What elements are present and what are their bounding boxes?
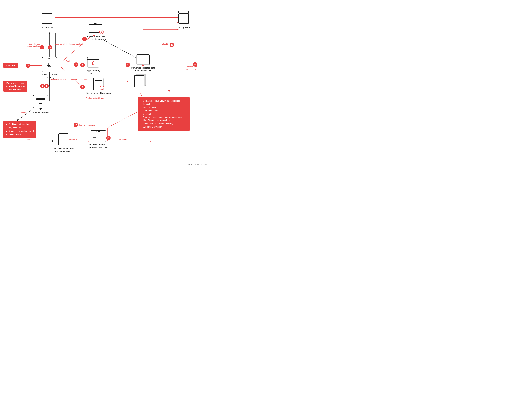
collects-label: Collects <box>20 112 26 114</box>
svg-rect-28 <box>42 13 52 24</box>
svg-text:₿: ₿ <box>92 61 94 66</box>
svg-line-8 <box>61 67 82 87</box>
collected-box: Credit card information PayPal status Di… <box>3 121 36 138</box>
svg-rect-32 <box>178 13 189 24</box>
info-item-9: Windows OS Version <box>143 125 187 129</box>
svg-line-24 <box>108 111 140 128</box>
storex-label: storeX.gofile.io <box>176 26 191 29</box>
discord-token-label: Discord token, Steam data <box>86 92 111 94</box>
collected-item-2: PayPal status <box>8 126 34 129</box>
compress-node: Compress collected datain diagnostics.zi… <box>131 52 155 72</box>
malware-node: ☠ Malware sample is running <box>42 57 58 79</box>
browser-cred-node: i Browser credentials, credit cards, coo… <box>86 22 106 41</box>
storex-gofile-node: storeX.gofile.io <box>176 10 191 29</box>
execution-label: Execution <box>6 64 16 66</box>
codespace-label: Publicly forwarded port on Codespace <box>89 143 108 149</box>
exit-box: Exit process if in a sandbox/debugging e… <box>3 81 27 92</box>
userprofile-node: %USERPROFILE%\ AppData\call.json <box>54 133 74 153</box>
exfiltrated-to-1-label: Exfiltrated to <box>67 139 77 141</box>
writes-to-label: Writes to <box>27 139 34 141</box>
crypto-node: ₿ Cryptocurrency wallets <box>86 56 101 75</box>
step-4: 4 <box>80 63 85 67</box>
collected-item-3: Discord email and password <box>8 130 34 133</box>
svg-rect-35 <box>178 10 189 11</box>
info-list: Uploaded gofile.io URL of diagnostics.zi… <box>141 99 187 129</box>
exfiltrated-to-2-label: Exfiltrated to <box>118 139 128 141</box>
info-item-5: Username <box>143 112 187 116</box>
svg-rect-49 <box>37 98 45 100</box>
svg-line-16 <box>17 109 32 121</box>
discord-token-node: ! Discord token, Steam data <box>86 77 111 94</box>
fetches-exfil-label: Fetches and exfiltrates <box>86 97 104 99</box>
collected-list: Credit card information PayPal status Di… <box>6 123 34 136</box>
infect-discord-label: Infect Discord with persistent credentia… <box>51 78 89 81</box>
step-9: 9 <box>126 63 130 67</box>
execution-box: Execution <box>3 63 19 68</box>
info-item-2: Public IP <box>143 103 187 106</box>
response-best-label: Response with best server available <box>54 43 83 45</box>
step-0: 0 <box>26 64 30 68</box>
step-13: 13 <box>106 136 111 140</box>
following-info-label: Following information <box>77 124 95 126</box>
svg-rect-55 <box>59 134 68 145</box>
fetch-label: Fetch <box>66 60 70 62</box>
step-2-infect: 2 <box>45 84 49 88</box>
codespace-node: Publicly forwarded port on Codespace <box>89 130 108 149</box>
query-best-label: Query for best server available <box>24 43 40 47</box>
collected-item-1: Credit card information <box>8 123 34 126</box>
info-item-3: List of Browsers <box>143 106 187 109</box>
diagram: api.gofile.io storeX.gofile.io Execution… <box>0 0 210 168</box>
info-item-7: List of Cryptocurrency wallets <box>143 119 187 122</box>
api-gofile-node: api.gofile.io <box>40 10 54 29</box>
step-11: 11 <box>193 62 197 66</box>
info-item-8: Steam, Discord status (if present) <box>143 122 187 125</box>
copyright: ©2023 TREND MICRO <box>188 163 207 165</box>
info-item-1: Uploaded gofile.io URL of diagnostics.zi… <box>143 99 187 103</box>
compress-label: Compress collected datain diagnostics.zi… <box>131 66 155 72</box>
info-box: Uploaded gofile.io URL of diagnostics.zi… <box>138 97 190 131</box>
upload-to-label: Upload to <box>161 43 169 45</box>
info-item-4: Computer Name <box>143 109 187 112</box>
stacked-docs-node <box>134 74 146 87</box>
info-item-6: Number of credit cards, passwords, cooki… <box>143 116 187 119</box>
svg-rect-31 <box>42 10 52 11</box>
step-3: 3 <box>82 37 87 41</box>
crypto-label: Cryptocurrency wallets <box>86 69 101 75</box>
step-2: 2 <box>74 63 78 67</box>
svg-text:!: ! <box>102 86 103 89</box>
userprofile-label: %USERPROFILE%\ AppData\call.json <box>54 147 74 153</box>
step-12: 12 <box>74 123 78 127</box>
api-gofile-label: api.gofile.io <box>41 26 53 29</box>
collected-item-4: Discord token <box>8 133 34 136</box>
step-6: 6 <box>80 85 85 89</box>
step-10: 10 <box>170 43 174 47</box>
infected-discord-node: Infected Discord <box>33 95 48 114</box>
browser-cred-label: Browser credentials, credit cards, cooki… <box>86 35 106 41</box>
exit-label: Exit process if in a sandbox/debugging e… <box>6 82 25 90</box>
step-8: 8 <box>48 45 52 49</box>
infected-discord-label: Infected Discord <box>33 111 48 114</box>
skull-icon: ☠ <box>47 62 52 69</box>
step-1: 1 <box>40 84 45 88</box>
step-7: 7 <box>40 45 44 49</box>
